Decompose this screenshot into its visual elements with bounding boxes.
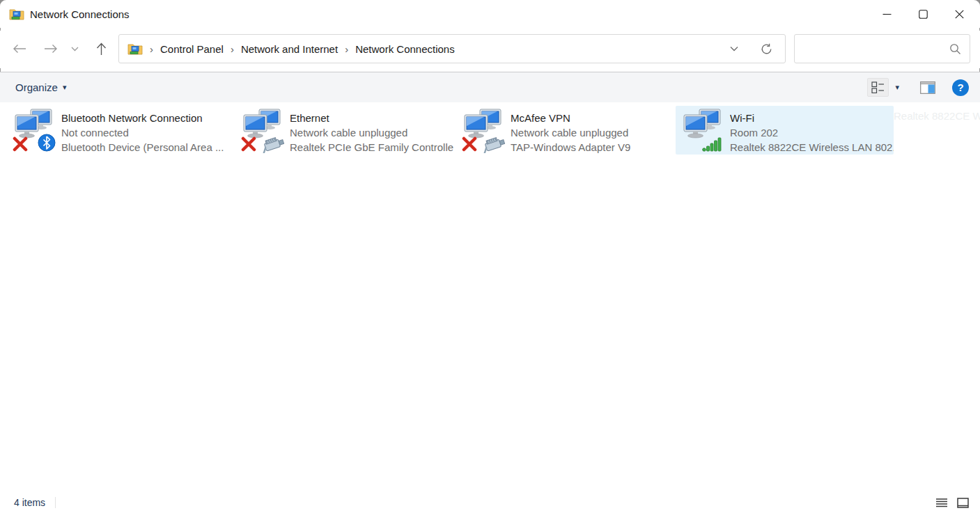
view-dropdown-button[interactable]: ▾ [889, 83, 906, 92]
tiles-view-icon [871, 81, 885, 93]
back-button[interactable] [7, 36, 32, 61]
minimize-button[interactable] [869, 0, 905, 28]
details-view-icon [936, 498, 947, 507]
connection-device: Bluetooth Device (Personal Area ... [61, 140, 224, 155]
connection-device: Realtek PCIe GbE Family Controller [290, 140, 453, 155]
connection-name: Ethernet [290, 111, 453, 125]
connection-tile-bluetooth[interactable]: Bluetooth Network Connection Not connect… [7, 106, 225, 155]
status-bar: 4 items [0, 492, 980, 513]
connection-icon [13, 107, 59, 153]
wifi-signal-icon [702, 134, 723, 152]
breadcrumb-separator: › [338, 43, 355, 55]
bluetooth-badge-icon [38, 134, 56, 152]
breadcrumb-control-panel[interactable]: Control Panel [160, 43, 224, 55]
title-bar: Network Connections [0, 0, 980, 28]
forward-arrow-icon [44, 44, 58, 54]
refresh-button[interactable] [749, 43, 784, 55]
connection-status: Room 202 [730, 125, 894, 140]
address-location-icon [127, 42, 143, 56]
close-icon [955, 10, 964, 19]
connection-name: Wi-Fi [730, 111, 894, 125]
preview-pane-icon [920, 81, 935, 94]
address-bar[interactable]: › Control Panel › Network and Internet ›… [118, 34, 786, 63]
connection-tile-wifi[interactable]: Wi-Fi Room 202 Realtek 8822CE Wireless L… [676, 106, 894, 155]
connection-status: Not connected [61, 125, 224, 140]
ghost-tooltip-text: Realtek 8822CE Wi [894, 110, 980, 122]
help-button[interactable]: ? [952, 79, 969, 96]
close-button[interactable] [941, 0, 977, 28]
breadcrumb-network-connections[interactable]: Network Connections [355, 43, 455, 55]
chevron-down-icon [730, 46, 738, 52]
command-bar: Organize ▾ ▾ ? [0, 72, 980, 102]
caret-down-icon: ▾ [63, 83, 67, 92]
connection-status: Network cable unplugged [511, 125, 630, 140]
organize-button[interactable]: Organize ▾ [15, 81, 66, 93]
maximize-icon [919, 10, 928, 19]
up-arrow-icon [96, 42, 107, 56]
connection-device: Realtek 8822CE Wireless LAN 802.... [730, 140, 894, 155]
connection-tile-ethernet[interactable]: Ethernet Network cable unplugged Realtek… [235, 106, 453, 155]
connection-name: Bluetooth Network Connection [61, 111, 224, 125]
large-icons-view-icon [957, 498, 969, 508]
connection-tile-mcafee-vpn[interactable]: McAfee VPN Network cable unplugged TAP-W… [456, 106, 674, 155]
disabled-x-icon [241, 136, 256, 152]
back-arrow-icon [13, 44, 26, 54]
breadcrumb-separator: › [143, 43, 160, 55]
connection-icon [681, 107, 727, 153]
search-icon[interactable] [949, 43, 961, 55]
connection-device: TAP-Windows Adapter V9 [511, 140, 630, 155]
maximize-button[interactable] [905, 0, 941, 28]
status-divider [55, 497, 56, 508]
preview-pane-button[interactable] [920, 81, 935, 94]
recent-locations-button[interactable] [65, 36, 84, 61]
chevron-down-icon [71, 47, 79, 52]
breadcrumb-separator: › [224, 43, 241, 55]
window-title: Network Connections [30, 8, 130, 20]
network-connections-icon [9, 7, 24, 21]
change-view-button[interactable] [867, 78, 889, 97]
up-button[interactable] [88, 36, 114, 61]
file-list-area[interactable]: Bluetooth Network Connection Not connect… [0, 102, 980, 492]
item-count: 4 items [14, 497, 45, 508]
search-box [794, 34, 970, 63]
address-dropdown-button[interactable] [719, 46, 749, 52]
minimize-icon [882, 10, 892, 19]
disabled-x-icon [13, 136, 28, 152]
connection-status: Network cable unplugged [290, 125, 453, 140]
breadcrumb-network-and-internet[interactable]: Network and Internet [241, 43, 338, 55]
navigation-bar: › Control Panel › Network and Internet ›… [0, 31, 980, 68]
connection-name: McAfee VPN [511, 111, 630, 125]
organize-label: Organize [15, 81, 58, 93]
details-view-button[interactable] [933, 494, 951, 511]
search-input[interactable] [795, 43, 947, 54]
refresh-icon [761, 43, 772, 55]
ethernet-plug-icon [260, 135, 284, 153]
network-connections-window: Network Connections [0, 0, 980, 513]
disabled-x-icon [462, 136, 477, 152]
large-icons-view-button[interactable] [954, 494, 972, 511]
forward-button[interactable] [38, 36, 63, 61]
ethernet-plug-icon [481, 135, 505, 153]
connection-icon [462, 107, 508, 153]
connection-icon [241, 107, 287, 153]
